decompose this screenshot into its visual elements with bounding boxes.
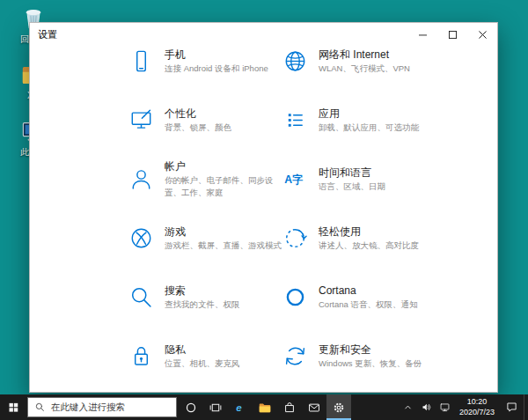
- minimize-button[interactable]: [407, 23, 437, 46]
- window-titlebar[interactable]: 设置: [30, 23, 497, 46]
- close-button[interactable]: [467, 23, 497, 46]
- tile-text: 隐私 位置、相机、麦克风: [165, 343, 240, 370]
- close-icon: [479, 31, 487, 39]
- tile-subtitle: 连接 Android 设备和 iPhone: [165, 63, 268, 74]
- file-explorer-icon: [258, 401, 272, 415]
- mail-icon: [307, 401, 321, 415]
- edge-icon: [233, 401, 247, 415]
- taskbar-store-button[interactable]: [277, 394, 302, 420]
- network-icon: [439, 402, 451, 413]
- xbox-icon: [128, 225, 154, 251]
- tile-network[interactable]: 网络和 Internet WLAN、飞行模式、VPN: [282, 46, 436, 91]
- lock-icon: [128, 343, 154, 369]
- taskbar-edge-button[interactable]: [228, 394, 253, 420]
- tile-text: 应用 卸载、默认应用、可选功能: [319, 107, 419, 134]
- tile-apps[interactable]: 应用 卸载、默认应用、可选功能: [282, 91, 436, 150]
- system-tray: 10:20 2020/7/23: [399, 394, 528, 420]
- personalization-icon: [128, 107, 154, 133]
- action-center-icon: [505, 401, 518, 414]
- taskbar-file-explorer-button[interactable]: [253, 394, 277, 420]
- tile-privacy[interactable]: 隐私 位置、相机、麦克风: [128, 327, 282, 386]
- tile-phone[interactable]: 手机 连接 Android 设备和 iPhone: [128, 46, 282, 91]
- tile-text: 时间和语言 语言、区域、日期: [319, 166, 385, 193]
- account-icon: [128, 166, 154, 192]
- tile-subtitle: 背景、锁屏、颜色: [165, 122, 231, 133]
- taskbar-cortana-button[interactable]: [179, 394, 203, 420]
- tile-subtitle: Cortana 语音、权限、通知: [319, 298, 417, 310]
- update-icon: [282, 343, 308, 369]
- tile-title: Cortana: [319, 284, 417, 297]
- settings-tile-grid: 手机 连接 Android 设备和 iPhone 网络和 Internet WL…: [128, 46, 497, 386]
- tile-cortana[interactable]: Cortana Cortana 语音、权限、通知: [282, 268, 436, 327]
- tile-subtitle: Windows 更新、恢复、备份: [319, 357, 422, 369]
- tile-gaming[interactable]: 游戏 游戏栏、截屏、直播、游戏模式: [128, 209, 282, 268]
- tile-text: 搜索 查找我的文件、权限: [165, 284, 240, 311]
- clock-time: 10:20: [467, 397, 488, 408]
- taskbar-task-view-button[interactable]: [203, 394, 228, 420]
- tile-title: 更新和安全: [319, 343, 422, 356]
- tile-subtitle: 语言、区域、日期: [319, 181, 385, 192]
- task-view-icon: [209, 401, 223, 415]
- tile-personalization[interactable]: 个性化 背景、锁屏、颜色: [128, 91, 282, 150]
- chevron-up-icon: [402, 402, 414, 413]
- action-center-button[interactable]: [500, 394, 524, 420]
- tile-title: 手机: [165, 48, 268, 61]
- tile-text: 个性化 背景、锁屏、颜色: [165, 107, 231, 134]
- maximize-icon: [449, 31, 457, 39]
- taskbar-search-input[interactable]: 在此键入进行搜索: [27, 397, 177, 417]
- globe-icon: [282, 48, 308, 74]
- tile-title: 应用: [319, 107, 419, 120]
- tile-subtitle: WLAN、飞行模式、VPN: [319, 63, 410, 74]
- tile-text: 网络和 Internet WLAN、飞行模式、VPN: [319, 48, 410, 75]
- window-controls: [407, 23, 497, 46]
- taskbar: 在此键入进行搜索 10:20 2020/7/23: [0, 394, 528, 420]
- tray-volume[interactable]: [417, 394, 436, 420]
- settings-home-content: 手机 连接 Android 设备和 iPhone 网络和 Internet WL…: [30, 46, 497, 392]
- search-icon: [34, 402, 46, 413]
- tile-accounts[interactable]: 帐户 你的帐户、电子邮件、同步设置、工作、家庭: [128, 150, 282, 209]
- tile-subtitle: 卸载、默认应用、可选功能: [319, 122, 419, 133]
- show-desktop-button[interactable]: [524, 394, 528, 420]
- tile-subtitle: 查找我的文件、权限: [165, 298, 240, 310]
- start-button[interactable]: [0, 394, 26, 420]
- windows-start-icon: [7, 401, 20, 414]
- maximize-button[interactable]: [437, 23, 467, 46]
- time-language-icon: [282, 166, 308, 192]
- tile-search[interactable]: 搜索 查找我的文件、权限: [128, 268, 282, 327]
- search-icon: [128, 284, 154, 310]
- settings-gear-icon: [332, 401, 346, 415]
- tray-icon-list: [399, 394, 454, 420]
- tile-title: 帐户: [165, 160, 282, 173]
- search-placeholder: 在此键入进行搜索: [51, 402, 125, 414]
- tile-time-language[interactable]: 时间和语言 语言、区域、日期: [282, 150, 436, 209]
- phone-icon: [128, 48, 154, 74]
- tile-subtitle: 位置、相机、麦克风: [165, 357, 240, 369]
- ease-of-access-icon: [282, 225, 308, 251]
- minimize-icon: [419, 31, 427, 39]
- tile-title: 搜索: [165, 284, 240, 297]
- tile-ease-of-access[interactable]: 轻松使用 讲述人、放大镜、高对比度: [282, 209, 436, 268]
- store-icon: [282, 401, 297, 415]
- tile-title: 轻松使用: [319, 225, 419, 238]
- taskbar-settings-button[interactable]: [326, 394, 351, 420]
- volume-icon: [421, 402, 432, 413]
- cortana-ring-icon: [184, 401, 198, 415]
- tile-title: 游戏: [165, 225, 282, 238]
- tile-text: Cortana Cortana 语音、权限、通知: [319, 284, 417, 311]
- window-title: 设置: [30, 23, 407, 46]
- tile-title: 网络和 Internet: [319, 48, 410, 61]
- taskbar-clock[interactable]: 10:20 2020/7/23: [454, 394, 500, 420]
- tile-text: 手机 连接 Android 设备和 iPhone: [165, 48, 268, 75]
- taskbar-app-list: [179, 394, 351, 420]
- tile-text: 游戏 游戏栏、截屏、直播、游戏模式: [165, 225, 282, 252]
- settings-window: 设置 手机 连接 Android 设备和 iPhone 网络和 Internet…: [29, 22, 498, 393]
- tile-title: 个性化: [165, 107, 231, 120]
- cortana-icon: [282, 284, 308, 310]
- tile-title: 隐私: [165, 343, 240, 356]
- taskbar-mail-button[interactable]: [302, 394, 326, 420]
- tile-text: 轻松使用 讲述人、放大镜、高对比度: [319, 225, 419, 252]
- tile-subtitle: 游戏栏、截屏、直播、游戏模式: [165, 239, 282, 251]
- tray-network[interactable]: [436, 394, 454, 420]
- tray-chevron-up[interactable]: [399, 394, 417, 420]
- tile-update-security[interactable]: 更新和安全 Windows 更新、恢复、备份: [282, 327, 436, 386]
